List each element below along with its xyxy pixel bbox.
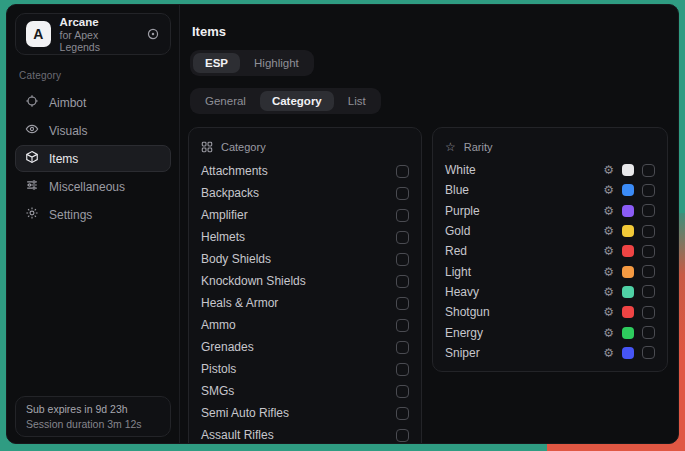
rarity-label: Gold [445, 224, 595, 238]
gear-icon [25, 206, 39, 223]
rarity-label: Heavy [445, 285, 595, 299]
color-swatch[interactable] [622, 286, 634, 298]
category-label: Ammo [201, 318, 388, 332]
session-duration-text: Session duration 3m 12s [26, 418, 160, 430]
color-swatch[interactable] [622, 327, 634, 339]
color-settings-icon[interactable]: ⚙ [603, 164, 614, 176]
app-title-block: Arcane for Apex Legends [60, 16, 137, 53]
star-icon: ☆ [445, 140, 456, 154]
color-settings-icon[interactable]: ⚙ [603, 266, 614, 278]
checkbox[interactable] [396, 253, 409, 266]
color-settings-icon[interactable]: ⚙ [603, 306, 614, 318]
category-row: Assault Rifles [201, 424, 409, 444]
crosshair-icon [25, 94, 39, 111]
color-swatch[interactable] [622, 205, 634, 217]
tab-highlight[interactable]: Highlight [242, 53, 311, 73]
sidebar-item-items[interactable]: Items [15, 145, 171, 172]
checkbox[interactable] [642, 346, 655, 359]
checkbox[interactable] [396, 341, 409, 354]
checkbox[interactable] [396, 429, 409, 442]
color-swatch[interactable] [622, 184, 634, 196]
sidebar: A Arcane for Apex Legends Category Aimbo… [7, 5, 180, 443]
sidebar-item-settings[interactable]: Settings [15, 201, 171, 228]
rarity-label: Red [445, 244, 595, 258]
sub-expiry-text: Sub expires in 9d 23h [26, 403, 160, 415]
category-label: Heals & Armor [201, 296, 388, 310]
category-row: Helmets [201, 226, 409, 248]
checkbox[interactable] [396, 209, 409, 222]
sidebar-item-miscellaneous[interactable]: Miscellaneous [15, 173, 171, 200]
rarity-label: Shotgun [445, 305, 595, 319]
cube-icon [25, 150, 39, 167]
color-settings-icon[interactable]: ⚙ [603, 245, 614, 257]
target-icon[interactable] [146, 27, 160, 41]
category-label: SMGs [201, 384, 388, 398]
color-swatch[interactable] [622, 306, 634, 318]
sidebar-item-visuals[interactable]: Visuals [15, 117, 171, 144]
checkbox[interactable] [396, 231, 409, 244]
sidebar-item-label: Settings [49, 208, 92, 222]
sidebar-item-label: Miscellaneous [49, 180, 125, 194]
category-row: Knockdown Shields [201, 270, 409, 292]
checkbox[interactable] [396, 363, 409, 376]
sidebar-item-label: Aimbot [49, 96, 86, 110]
category-label: Body Shields [201, 252, 388, 266]
checkbox[interactable] [642, 225, 655, 238]
rarity-row: Energy⚙ [445, 322, 655, 342]
category-row: Amplifier [201, 204, 409, 226]
checkbox[interactable] [642, 245, 655, 258]
color-swatch[interactable] [622, 245, 634, 257]
color-swatch[interactable] [622, 266, 634, 278]
category-label: Helmets [201, 230, 388, 244]
checkbox[interactable] [642, 184, 655, 197]
checkbox[interactable] [642, 265, 655, 278]
checkbox[interactable] [396, 297, 409, 310]
checkbox[interactable] [396, 165, 409, 178]
color-settings-icon[interactable]: ⚙ [603, 184, 614, 196]
grid-icon [201, 141, 213, 153]
tab-general[interactable]: General [193, 91, 258, 111]
rarity-panel-title: Rarity [464, 141, 493, 153]
rarity-row: Shotgun⚙ [445, 302, 655, 322]
app-subtitle: for Apex Legends [60, 29, 137, 53]
checkbox[interactable] [396, 187, 409, 200]
rarity-panel-header: ☆ Rarity [445, 134, 655, 160]
eye-icon [25, 122, 39, 139]
checkbox[interactable] [396, 319, 409, 332]
checkbox[interactable] [642, 306, 655, 319]
color-settings-icon[interactable]: ⚙ [603, 286, 614, 298]
sidebar-item-aimbot[interactable]: Aimbot [15, 89, 171, 116]
mode-tab-group: ESP Highlight [190, 50, 314, 76]
tab-category[interactable]: Category [260, 91, 334, 111]
tab-esp[interactable]: ESP [193, 53, 240, 73]
tab-list[interactable]: List [336, 91, 378, 111]
color-settings-icon[interactable]: ⚙ [603, 327, 614, 339]
category-row: SMGs [201, 380, 409, 402]
color-settings-icon[interactable]: ⚙ [603, 225, 614, 237]
checkbox[interactable] [396, 385, 409, 398]
checkbox[interactable] [642, 326, 655, 339]
category-label: Attachments [201, 164, 388, 178]
checkbox[interactable] [396, 407, 409, 420]
app-logo: A [26, 21, 51, 47]
rarity-panel: ☆ Rarity White⚙ Blue⚙ Purple⚙ Gold⚙ Red⚙… [432, 127, 668, 372]
rarity-row: White⚙ [445, 160, 655, 180]
category-label: Pistols [201, 362, 388, 376]
panels-row: Category Attachments Backpacks Amplifier… [188, 127, 668, 444]
checkbox[interactable] [642, 204, 655, 217]
color-settings-icon[interactable]: ⚙ [603, 205, 614, 217]
color-swatch[interactable] [622, 164, 634, 176]
color-settings-icon[interactable]: ⚙ [603, 347, 614, 359]
checkbox[interactable] [642, 285, 655, 298]
category-row: Ammo [201, 314, 409, 336]
color-swatch[interactable] [622, 225, 634, 237]
category-panel-title: Category [221, 141, 266, 153]
checkbox[interactable] [642, 164, 655, 177]
category-label: Grenades [201, 340, 388, 354]
color-swatch[interactable] [622, 347, 634, 359]
main-content: Items ESP Highlight General Category Lis… [180, 5, 679, 443]
category-row: Pistols [201, 358, 409, 380]
category-label: Assault Rifles [201, 428, 388, 442]
checkbox[interactable] [396, 275, 409, 288]
rarity-row: Light⚙ [445, 261, 655, 281]
